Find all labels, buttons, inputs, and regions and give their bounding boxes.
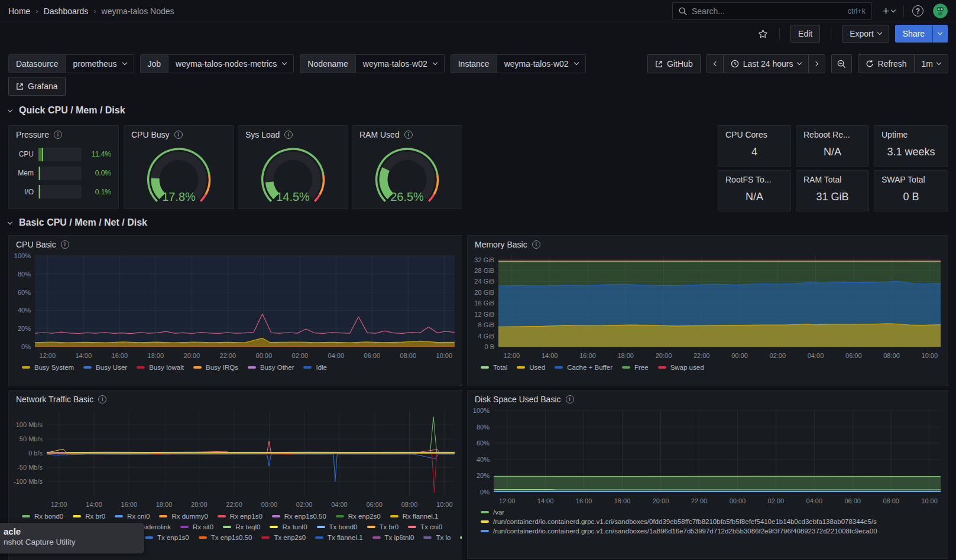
- svg-text:04:00: 04:00: [806, 497, 823, 504]
- legend-item[interactable]: Tx br0: [367, 523, 399, 530]
- grafana-link-button[interactable]: Grafana: [8, 77, 66, 96]
- section-title: Basic CPU / Mem / Net / Disk: [19, 217, 147, 228]
- time-shift-back-button[interactable]: [707, 54, 724, 73]
- panel-header[interactable]: RootFS To...: [718, 171, 790, 186]
- legend-item[interactable]: Tx enp1s0.50: [199, 534, 252, 541]
- legend-swatch: [180, 526, 189, 528]
- cpu-basic-legend: Busy SystemBusy UserBusy IowaitBusy IRQs…: [9, 362, 462, 373]
- info-icon[interactable]: i: [61, 240, 69, 249]
- new-button[interactable]: +: [879, 3, 899, 19]
- legend-item[interactable]: Tx lo: [423, 534, 451, 541]
- chevron-down-icon: [573, 60, 578, 65]
- breadcrumb-dashboards[interactable]: Dashboards: [44, 6, 89, 16]
- legend-item[interactable]: Rx tunl0: [270, 523, 307, 530]
- legend-item[interactable]: /run/containerd/io.containerd.grpc.v1.cr…: [481, 518, 877, 525]
- panel-header[interactable]: Uptime: [874, 126, 948, 141]
- legend-item[interactable]: Busy Other: [248, 364, 294, 371]
- breadcrumb-home[interactable]: Home: [8, 6, 30, 16]
- legend-swatch: [460, 536, 462, 539]
- panel-header[interactable]: SWAP Total: [874, 171, 948, 186]
- panel-header[interactable]: Disk Space Used Basic i: [468, 390, 948, 406]
- legend-item[interactable]: Busy IRQs: [193, 364, 238, 371]
- nodename-picker[interactable]: Nodename weyma-talos-w02: [300, 54, 444, 73]
- legend-item[interactable]: Rx enp1s0: [218, 513, 263, 520]
- legend-item[interactable]: Rx enp1s0.50: [272, 513, 326, 520]
- zoom-out-button[interactable]: [831, 54, 852, 73]
- star-button[interactable]: [757, 28, 769, 40]
- search-input[interactable]: [692, 6, 843, 16]
- info-icon[interactable]: i: [284, 131, 293, 139]
- panel-header[interactable]: CPU Busy i: [124, 126, 234, 141]
- legend-item[interactable]: Busy System: [22, 364, 74, 371]
- legend-item[interactable]: Idle: [303, 364, 327, 371]
- edit-button[interactable]: Edit: [790, 25, 820, 43]
- panel-header[interactable]: Sys Load i: [238, 126, 348, 141]
- network-traffic-chart[interactable]: 100 Mb/s50 Mb/s0 b/s-50 Mb/s-100 Mb/s12:…: [9, 406, 462, 511]
- svg-text:10:00: 10:00: [436, 352, 453, 359]
- legend-item[interactable]: Rx sit0: [180, 523, 213, 530]
- info-icon[interactable]: i: [532, 240, 540, 249]
- legend-item[interactable]: Tx flannel.1: [315, 534, 362, 541]
- legend-swatch: [390, 515, 398, 517]
- info-icon[interactable]: i: [174, 131, 183, 139]
- panel-header[interactable]: RAM Total: [796, 171, 868, 186]
- disk-space-chart[interactable]: 0%20%40%60%80%100%12:0014:0016:0018:0020…: [468, 406, 948, 507]
- panel-header[interactable]: RAM Used i: [352, 126, 462, 141]
- info-icon[interactable]: i: [566, 395, 574, 403]
- cpu-basic-chart[interactable]: 0%20%40%60%80%100%12:0014:0016:0018:0020…: [9, 251, 462, 362]
- legend-item[interactable]: Free: [622, 364, 649, 371]
- help-button[interactable]: ?: [909, 3, 927, 19]
- legend-item[interactable]: Tx bond0: [317, 523, 358, 530]
- panel-header[interactable]: Network Traffic Basic i: [9, 390, 462, 406]
- info-icon[interactable]: i: [54, 131, 62, 139]
- panel-title: Sys Load: [245, 130, 280, 139]
- legend-item[interactable]: Total: [481, 364, 507, 371]
- time-shift-forward-button[interactable]: [808, 54, 825, 73]
- time-range-picker[interactable]: Last 24 hours: [723, 54, 809, 73]
- info-icon[interactable]: i: [404, 131, 413, 139]
- legend-item[interactable]: Rx teql0: [223, 523, 260, 530]
- panel-header[interactable]: Reboot Re...: [796, 126, 868, 141]
- legend-item[interactable]: Tx cni0: [408, 523, 442, 530]
- export-button[interactable]: Export: [842, 25, 889, 43]
- search-box[interactable]: ctrl+k: [672, 2, 872, 19]
- panel-header[interactable]: Memory Basic i: [468, 236, 948, 251]
- panel-header[interactable]: CPU Cores: [718, 126, 790, 141]
- section-quick-cpu-mem-disk[interactable]: Quick CPU / Mem / Disk: [8, 105, 125, 116]
- section-basic-cpu-mem-net-disk[interactable]: Basic CPU / Mem / Net / Disk: [8, 217, 147, 228]
- job-picker[interactable]: Job weyma-talos-nodes-metrics: [140, 54, 294, 73]
- legend-item[interactable]: Rx flannel.1: [390, 513, 439, 520]
- legend-item[interactable]: Rx dummy0: [159, 513, 208, 520]
- legend-item[interactable]: Cache + Buffer: [555, 364, 613, 371]
- panel-header[interactable]: CPU Basic i: [9, 236, 462, 251]
- external-link-icon: [16, 83, 24, 90]
- avatar[interactable]: [933, 4, 948, 18]
- legend-item[interactable]: Rx br0: [73, 513, 105, 520]
- breadcrumb-separator: ›: [93, 6, 96, 15]
- refresh-interval-picker[interactable]: 1m: [914, 54, 948, 73]
- svg-text:100 Mb/s: 100 Mb/s: [16, 421, 43, 428]
- legend-item[interactable]: Rx cni0: [115, 513, 150, 520]
- legend-item[interactable]: /var: [481, 509, 504, 516]
- legend-item[interactable]: Rx bond0: [22, 513, 63, 520]
- legend-item[interactable]: Swap used: [658, 364, 704, 371]
- info-icon[interactable]: i: [98, 395, 106, 403]
- share-button[interactable]: Share: [895, 25, 932, 43]
- legend-item[interactable]: Tx siderolink: [460, 534, 462, 541]
- legend-item[interactable]: Busy Iowait: [137, 364, 184, 371]
- datasource-picker[interactable]: Datasource prometheus: [8, 54, 134, 73]
- share-menu-button[interactable]: [932, 25, 948, 43]
- zoom-out-icon: [837, 60, 846, 69]
- legend-item[interactable]: Tx enp2s0: [261, 534, 306, 541]
- legend-item[interactable]: Tx ip6tnl0: [372, 534, 414, 541]
- memory-basic-chart[interactable]: 0 B4 GiB8 GiB12 GiB16 GiB20 GiB24 GiB28 …: [468, 251, 948, 362]
- instance-picker[interactable]: Instance weyma-talos-w02: [451, 54, 586, 73]
- legend-item[interactable]: /run/containerd/io.containerd.grpc.v1.cr…: [481, 528, 877, 535]
- legend-item[interactable]: Tx enp1s0: [145, 534, 189, 541]
- github-link-button[interactable]: GitHub: [647, 54, 701, 73]
- legend-item[interactable]: Busy User: [83, 364, 127, 371]
- refresh-button[interactable]: Refresh: [858, 54, 915, 73]
- legend-item[interactable]: Rx enp2s0: [336, 513, 381, 520]
- legend-item[interactable]: Used: [517, 364, 545, 371]
- panel-header[interactable]: Pressure i: [9, 126, 118, 141]
